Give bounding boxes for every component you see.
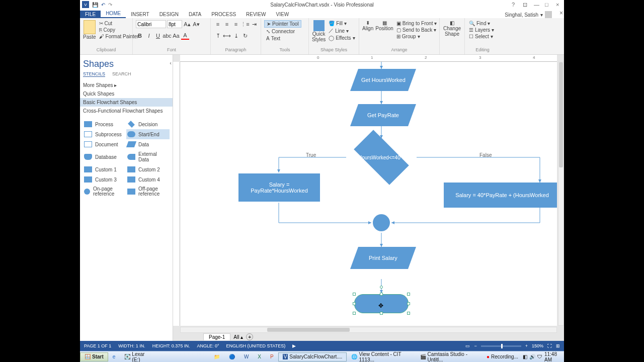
shape-custom2[interactable]: Custom 2 (126, 164, 170, 174)
task-camtasia[interactable]: 🎬Camtasia Studio - Untitl... (416, 352, 482, 361)
tab-search[interactable]: SEARCH (112, 71, 131, 77)
tab-design[interactable]: DESIGN (154, 11, 184, 18)
tab-insert[interactable]: INSERT (126, 11, 154, 18)
presentation-icon[interactable]: ▭ (465, 343, 470, 348)
select-button[interactable]: ☐Select▾ (468, 33, 495, 40)
quick-shapes-link[interactable]: Quick Shapes (83, 89, 170, 98)
pointer-tool-button[interactable]: ➤Pointer Tool (264, 20, 301, 28)
strike-button[interactable]: abc (163, 32, 171, 40)
zoom-out-button[interactable]: − (474, 343, 476, 348)
valign-top-icon[interactable]: ⤒ (214, 32, 222, 40)
shape-external[interactable]: External Data (126, 149, 170, 164)
page-tab-1[interactable]: Page-1 (203, 333, 230, 340)
add-page-button[interactable]: + (246, 333, 253, 340)
ribbon-toggle-icon[interactable]: ⊡ (523, 2, 529, 8)
fill-button[interactable]: 🪣Fill▾ (328, 20, 356, 27)
ie-button[interactable]: e (108, 352, 120, 361)
save-icon[interactable]: 💾 (92, 2, 98, 8)
find-button[interactable]: 🔍Find▾ (468, 20, 495, 27)
grow-font-icon[interactable]: A▴ (183, 20, 191, 28)
layers-button[interactable]: ☰Layers▾ (468, 27, 495, 33)
italic-button[interactable]: I (145, 32, 153, 40)
tab-review[interactable]: REVIEW (241, 11, 271, 18)
ppt-icon[interactable]: P (266, 352, 278, 361)
drawing-canvas[interactable]: Get HoursWorked Get PayRate HoursWorked<… (180, 62, 557, 326)
shape-subprocess[interactable]: Subprocess (83, 129, 126, 139)
align-button[interactable]: ⬍Align (362, 20, 373, 31)
task-visio[interactable]: VSalaryCalcFlowChart.... (278, 352, 347, 361)
connector-tool-button[interactable]: ⤡Connector (264, 28, 297, 35)
shape-database[interactable]: Database (83, 149, 126, 164)
align-left-icon[interactable]: ≡ (214, 20, 222, 28)
send-back-button[interactable]: ▢Send to Back▾ (395, 27, 438, 33)
effects-button[interactable]: ◯Effects▾ (328, 35, 356, 41)
font-color-button[interactable]: A (181, 32, 189, 40)
status-lang[interactable]: ENGLISH (UNITED STATES) (226, 343, 286, 348)
bring-front-button[interactable]: ▣Bring to Front▾ (395, 20, 438, 27)
tray-icon[interactable]: 🛡 (537, 354, 542, 359)
valign-mid-icon[interactable]: ⟷ (223, 32, 231, 40)
tab-home[interactable]: HOME (101, 10, 126, 18)
shape-salary-false[interactable]: Salary = 40*PayRate + (HoursWorked (444, 183, 557, 208)
shape-get-payrate[interactable]: Get PayRate (350, 104, 416, 126)
shape-document[interactable]: Document (83, 139, 126, 149)
close-button[interactable]: × (556, 2, 562, 8)
align-right-icon[interactable]: ≡ (232, 20, 240, 28)
scrollbar-horizontal[interactable] (180, 327, 557, 333)
tab-data[interactable]: DATA (184, 11, 206, 18)
undo-icon[interactable]: ↶ (101, 2, 105, 8)
paste-button[interactable]: Paste (83, 20, 96, 40)
redo-icon[interactable]: ↷ (108, 2, 112, 8)
clock[interactable]: 11:48 AM (544, 351, 561, 363)
font-name-select[interactable] (136, 20, 166, 28)
shape-onpage-ref[interactable] (373, 214, 390, 231)
line-button[interactable]: ／Line▾ (328, 27, 356, 35)
shape-get-hours[interactable]: Get HoursWorked (350, 69, 416, 91)
bullets-icon[interactable]: ⋮≡ (241, 20, 249, 28)
task-recording[interactable]: ●Recording... (482, 352, 523, 361)
task-browser[interactable]: 🌐View Content - CIT 1113... (347, 352, 415, 361)
collapse-panel-button[interactable]: ‹ (170, 60, 172, 66)
rotate-handle[interactable] (380, 286, 383, 289)
all-pages-button[interactable]: All ▴ (233, 334, 243, 340)
explorer-icon[interactable]: 📁 (209, 352, 224, 361)
align-center-icon[interactable]: ≡ (223, 20, 231, 28)
tab-process[interactable]: PROCESS (206, 11, 241, 18)
tab-stencils[interactable]: STENCILS (83, 71, 105, 77)
shape-offpage[interactable]: Off-page reference (126, 185, 170, 199)
shape-salary-true[interactable]: Salary = PayRate*HoursWorked (238, 173, 320, 202)
chrome-icon[interactable]: 🔵 (224, 352, 239, 361)
pan-zoom-icon[interactable]: ⊞ (556, 343, 560, 348)
change-shape-button[interactable]: ◧Change Shape (443, 20, 461, 37)
indent-icon[interactable]: ⇥ (250, 20, 258, 28)
zoom-slider[interactable] (481, 345, 521, 347)
help-icon[interactable]: ? (512, 2, 518, 8)
valign-bot-icon[interactable]: ⤓ (232, 32, 240, 40)
minimize-button[interactable]: — (534, 2, 540, 8)
bold-button[interactable]: B (136, 32, 144, 40)
basic-flowchart-link[interactable]: Basic Flowchart Shapes (80, 98, 173, 107)
tray-icon[interactable]: ◧ (523, 354, 527, 359)
shape-startend[interactable]: Start/End (126, 129, 170, 139)
font-size-select[interactable] (167, 20, 182, 28)
shape-custom3[interactable]: Custom 3 (83, 174, 126, 185)
shape-custom1[interactable]: Custom 1 (83, 164, 126, 174)
shape-decision[interactable]: Decision (126, 119, 170, 129)
tab-file[interactable]: FILE (80, 11, 101, 18)
shape-process[interactable]: Process (83, 119, 126, 129)
shape-onpage[interactable]: On-page reference (83, 185, 126, 199)
underline-button[interactable]: U (154, 32, 162, 40)
position-button[interactable]: ▦Position (375, 20, 393, 31)
user-account[interactable]: Singhal, Satish▾ (505, 11, 552, 18)
word-icon[interactable]: W (239, 352, 253, 361)
fit-page-icon[interactable]: ⛶ (547, 343, 552, 348)
more-shapes-link[interactable]: More Shapes ▸ (83, 81, 170, 89)
zoom-in-button[interactable]: + (525, 343, 528, 348)
shape-data[interactable]: Data (126, 139, 170, 149)
shape-custom4[interactable]: Custom 4 (126, 174, 170, 185)
shape-print[interactable]: Print Salary (350, 247, 416, 269)
macro-icon[interactable]: ▶ (292, 343, 296, 348)
case-button[interactable]: Aa (172, 32, 180, 40)
quick-styles-button[interactable]: Quick Styles (312, 20, 326, 42)
start-button[interactable]: 🪟Start (80, 352, 108, 361)
